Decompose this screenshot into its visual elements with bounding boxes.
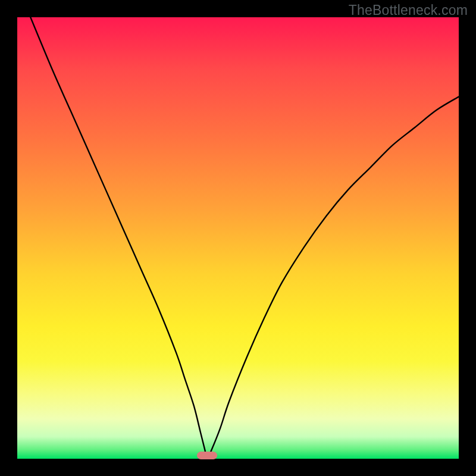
chart-frame: TheBottleneck.com — [0, 0, 476, 476]
min-marker — [197, 452, 217, 459]
bottleneck-curve — [17, 17, 459, 459]
watermark-text: TheBottleneck.com — [349, 2, 468, 18]
plot-area — [17, 17, 459, 459]
